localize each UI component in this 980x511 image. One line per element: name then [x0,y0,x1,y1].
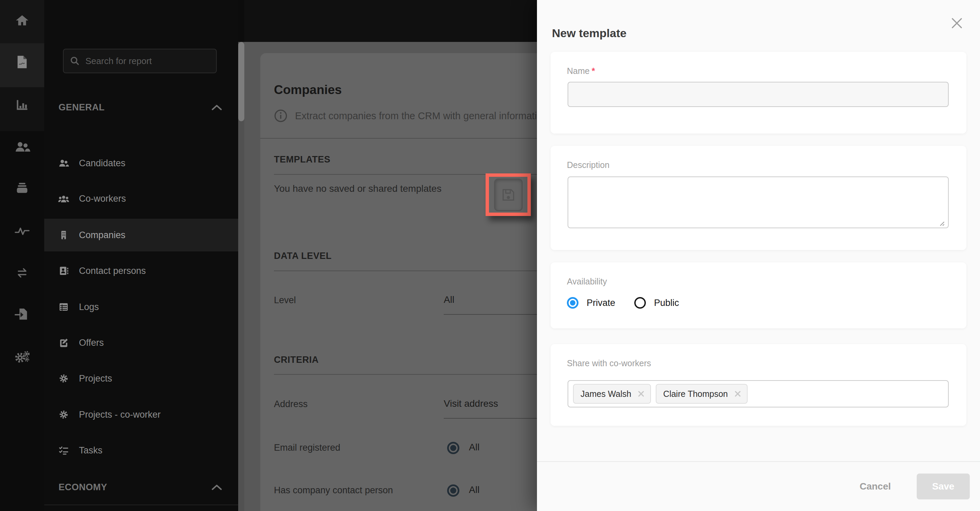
chip-label: James Walsh [581,389,631,399]
settings-icon[interactable] [0,340,44,374]
divider [44,505,238,505]
sidebar-item-label: Logs [79,302,99,312]
archive-icon[interactable] [0,171,44,205]
address-select[interactable]: Visit address [444,398,498,409]
divider [260,138,560,139]
description-card: Description [550,146,966,250]
transfer-icon[interactable] [0,256,44,290]
page-title: Companies [274,83,342,97]
building-icon [58,230,69,241]
sidebar-item-label: Contact persons [79,266,146,276]
radio-unselected-icon [634,297,646,309]
sidebar-item-label: Companies [79,230,126,241]
sidebar-item-co-workers[interactable]: Co-workers [44,182,238,215]
save-template-button[interactable] [494,179,523,211]
sidebar-item-companies[interactable]: Companies [44,219,238,251]
search-icon [70,56,80,66]
sidebar-item-tasks[interactable]: Tasks [44,434,238,467]
statistics-icon[interactable] [0,88,44,122]
save-button[interactable]: Save [917,474,970,500]
search-input[interactable] [85,56,210,67]
radio-label: Private [587,298,615,308]
description-textarea[interactable] [568,176,949,228]
email-registered-radio-selected[interactable] [447,442,460,454]
new-template-drawer: New template Name* Description Availabil… [537,0,980,511]
info-text: Extract companies from the CRM with gene… [295,110,548,121]
candidates-rail-icon[interactable] [0,130,44,164]
share-tag-input[interactable]: James Walsh Claire Thompson [568,380,949,407]
divider [274,270,560,271]
availability-card: Availability Private Public [550,262,966,328]
chip-label: Claire Thompson [663,389,728,399]
sidebar-item-offers[interactable]: Offers [44,326,238,359]
group-icon [58,193,69,204]
name-card: Name* [550,52,966,134]
email-registered-label: Email registered [274,442,340,453]
archive-icon [14,180,30,196]
export-icon[interactable] [0,297,44,331]
chevron-up-icon [212,104,222,110]
users-icon [14,139,30,155]
report-search[interactable] [63,49,217,73]
export-document-icon [14,306,30,322]
close-icon[interactable] [950,16,964,31]
home-icon [14,13,30,29]
has-contact-person-radio-selected[interactable] [447,484,460,497]
availability-option-public[interactable]: Public [634,297,679,309]
sidebar-scrollbar-track[interactable] [238,42,244,511]
sidebar-scrollbar-thumb[interactable] [238,42,244,121]
info-icon [274,109,288,123]
divider [274,374,560,375]
section-label: GENERAL [59,102,105,113]
description-label: Description [567,160,609,170]
level-label: Level [274,295,296,306]
required-asterisk: * [592,66,595,76]
name-label: Name* [567,66,595,76]
drawer-footer: Cancel Save [537,461,980,511]
report-sidebar: GENERAL Candidates Co-workers Companies … [44,0,238,511]
sidebar-item-label: Projects [79,374,112,384]
reports-icon[interactable] [0,45,44,79]
icon-rail [0,0,44,511]
radio-selected-icon [567,297,579,309]
share-label: Share with co-workers [567,358,651,368]
name-label-text: Name [567,66,590,76]
co-worker-chip: Claire Thompson [656,384,748,404]
templates-header: TEMPLATES [274,154,331,165]
section-header-economy[interactable]: ECONOMY [59,477,222,497]
section-label: ECONOMY [59,482,107,493]
section-header-general[interactable]: GENERAL [59,97,222,118]
chip-remove-icon[interactable] [734,390,741,398]
contact-card-icon [58,265,69,276]
gear-icon [58,374,69,383]
availability-option-private[interactable]: Private [567,297,615,309]
table-list-icon [58,302,69,312]
level-select[interactable]: All [444,294,454,305]
sidebar-item-candidates[interactable]: Candidates [44,147,238,179]
activity-icon[interactable] [0,213,44,248]
edit-icon [58,338,69,348]
report-config-card: Companies Extract companies from the CRM… [260,53,560,511]
chip-remove-icon[interactable] [637,390,645,398]
name-input[interactable] [568,82,949,107]
sidebar-item-projects-co-worker[interactable]: Projects - co-worker [44,398,238,431]
sidebar-item-contact-persons[interactable]: Contact persons [44,254,238,287]
cancel-button[interactable]: Cancel [858,481,893,492]
home-icon[interactable] [0,4,44,38]
sidebar-item-projects[interactable]: Projects [44,362,238,395]
swap-arrows-icon [14,265,30,281]
criteria-header: CRITERIA [274,355,319,365]
has-contact-person-value: All [469,484,479,495]
sidebar-item-logs[interactable]: Logs [44,291,238,323]
app-root: GENERAL Candidates Co-workers Companies … [0,0,980,511]
bar-chart-icon [14,97,30,113]
sidebar-item-label: Co-workers [79,193,126,204]
availability-label: Availability [567,276,607,286]
gears-icon [14,348,30,365]
sidebar-item-label: Candidates [79,158,126,169]
main-content-dimmed: Companies Extract companies from the CRM… [244,0,537,511]
report-document-icon [15,54,29,70]
drawer-title: New template [552,27,627,40]
people-icon [58,158,69,169]
gear-icon [58,409,69,420]
